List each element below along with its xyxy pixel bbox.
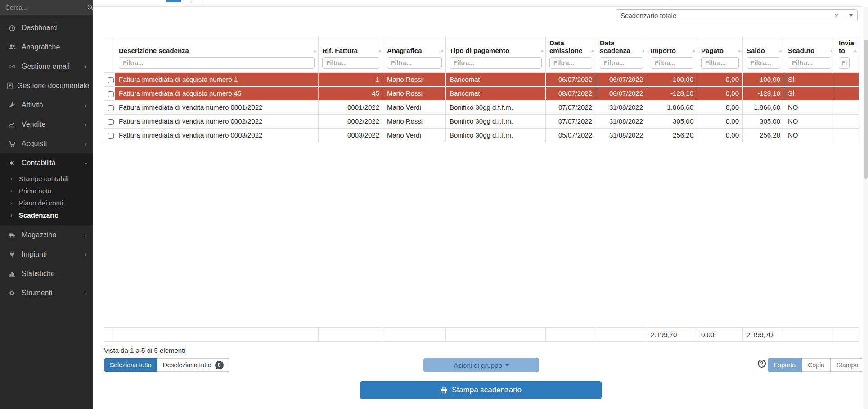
sidebar-item-dashboard[interactable]: Dashboard: [0, 18, 93, 37]
cell-anagrafica: Mario Rossi: [383, 86, 446, 100]
cell-rif-fattura: 45: [319, 86, 383, 100]
row-checkbox[interactable]: [108, 119, 114, 125]
filter-importo-input[interactable]: [651, 57, 693, 69]
filter-saldo-input[interactable]: [747, 57, 780, 69]
scrollbar-thumb[interactable]: [864, 40, 868, 179]
table-row[interactable]: Fattura immediata di vendita numero 0001…: [104, 100, 859, 114]
sort-icon: ▲: [591, 49, 594, 53]
filter-tipo-pagamento-input[interactable]: [450, 57, 542, 69]
filter-scaduto-input[interactable]: [788, 57, 831, 69]
sidebar-item-magazzino[interactable]: Magazzino ‹: [0, 225, 93, 245]
col-header-scaduto[interactable]: ▲Scaduto: [784, 36, 835, 73]
table-row[interactable]: Fattura immediata di vendita numero 0003…: [104, 128, 859, 142]
sidebar-search[interactable]: [0, 0, 93, 15]
dashboard-icon: [6, 24, 18, 31]
active-tab-indicator[interactable]: [166, 0, 181, 2]
sidebar-subitem-stampe-contabili[interactable]: › Stampe contabili: [0, 173, 93, 185]
filter-rif-fattura-input[interactable]: [322, 57, 379, 69]
row-checkbox[interactable]: [108, 105, 114, 111]
sidebar-item-contabilita[interactable]: € Contabilità ‹: [0, 153, 93, 173]
totals-row: 2.199,70 0,00 2.199,70: [104, 327, 859, 342]
filter-anagrafica-input[interactable]: [387, 57, 442, 69]
col-header-rif-fattura[interactable]: ▲Rif. Fattura: [319, 36, 383, 73]
group-actions-button[interactable]: Azioni di gruppo: [423, 358, 539, 372]
cell-saldo: 256,20: [743, 128, 784, 142]
table-row[interactable]: Fattura immediata di acquisto numero 1 1…: [104, 72, 859, 86]
sidebar-item-label: Dashboard: [22, 24, 87, 32]
vertical-scrollbar[interactable]: [863, 7, 868, 409]
filter-descrizione-input[interactable]: [119, 57, 315, 69]
col-header-data-emissione[interactable]: ▲Data emissione: [546, 36, 596, 73]
cell-data-emissione: 08/07/2022: [546, 86, 596, 100]
clear-icon[interactable]: ×: [834, 12, 838, 19]
help-icon[interactable]: ?: [758, 360, 766, 368]
sidebar-item-attivita[interactable]: Attività ‹: [0, 95, 93, 115]
search-input[interactable]: [5, 4, 87, 11]
table-row[interactable]: Fattura immediata di acquisto numero 45 …: [104, 86, 859, 100]
sidebar-item-gestione-documentale[interactable]: Gestione documentale: [0, 76, 93, 95]
cell-saldo: 1.866,60: [743, 100, 784, 114]
filter-data-emissione-input[interactable]: [549, 57, 592, 69]
chevron-down-icon: [505, 364, 509, 366]
sidebar-item-label: Statistiche: [22, 270, 87, 278]
table-row[interactable]: Fattura immediata di vendita numero 0002…: [104, 114, 859, 128]
sidebar-item-label: Attività: [22, 101, 85, 109]
col-header-data-scadenza[interactable]: ▲Data scadenza: [596, 36, 647, 73]
cell-scaduto: NO: [784, 114, 835, 128]
sidebar-item-label: Gestione documentale: [17, 82, 89, 90]
sidebar-subitem-prima-nota[interactable]: › Prima nota: [0, 185, 93, 197]
sidebar-subitem-label: Stampe contabili: [19, 175, 69, 182]
cell-data-scadenza: 08/07/2022: [596, 86, 647, 100]
print-schedule-button[interactable]: Stampa scadenzario: [360, 381, 602, 399]
col-header-importo[interactable]: ▲Importo: [647, 36, 697, 73]
cell-anagrafica: Mario Rossi: [383, 114, 446, 128]
filter-inviato-input[interactable]: [839, 57, 850, 69]
cell-data-scadenza: 31/08/2022: [596, 100, 647, 114]
sidebar-item-vendite[interactable]: Vendite ‹: [0, 115, 93, 134]
magnifier-icon[interactable]: [87, 4, 94, 11]
row-checkbox[interactable]: [108, 133, 114, 139]
tab-strip: ×: [93, 0, 863, 7]
printer-icon: [440, 387, 448, 394]
cell-anagrafica: Mario Verdi: [383, 128, 446, 142]
cell-tipo-pagamento: Bancomat: [446, 72, 546, 86]
sort-icon: ▲: [441, 49, 444, 53]
sidebar-subitem-scadenzario[interactable]: › Scadenzario: [0, 209, 93, 221]
cell-anagrafica: Mario Verdi: [383, 100, 446, 114]
plug-icon: [6, 251, 18, 258]
select-all-button[interactable]: Seleziona tutto: [104, 358, 157, 372]
cell-anagrafica: Mario Rossi: [383, 72, 446, 86]
col-header-inviato[interactable]: ▲Inviato: [835, 36, 859, 73]
col-header-saldo[interactable]: ▲Saldo: [743, 36, 784, 73]
col-header-tipo-pagamento[interactable]: ▲Tipo di pagamento: [446, 36, 546, 73]
sidebar-subitem-piano-dei-conti[interactable]: › Piano dei conti: [0, 197, 93, 209]
cell-importo: 256,20: [647, 128, 697, 142]
sidebar-item-anagrafiche[interactable]: Anagrafiche: [0, 37, 93, 57]
sidebar-item-label: Magazzino: [22, 231, 85, 239]
export-button[interactable]: Esporta: [768, 358, 802, 372]
tab-close-icon[interactable]: ×: [190, 0, 193, 4]
sidebar-item-strumenti[interactable]: ⚙ Strumenti ‹: [0, 283, 93, 302]
copy-button[interactable]: Copia: [802, 358, 831, 372]
cell-rif-fattura: 1: [319, 72, 383, 86]
filter-data-scadenza-input[interactable]: [600, 57, 643, 69]
scope-select[interactable]: Scadenzario totale ×: [616, 9, 858, 21]
row-checkbox[interactable]: [108, 91, 114, 97]
cell-descrizione: Fattura immediata di vendita numero 0001…: [115, 100, 319, 114]
cell-saldo: -100,00: [743, 72, 784, 86]
sidebar-group-contabilita: € Contabilità ‹ › Stampe contabili › Pri…: [0, 153, 93, 225]
chevron-left-icon: ‹: [85, 102, 87, 108]
deselect-all-button[interactable]: Deseleziona tutto 0: [157, 358, 229, 372]
sidebar-subitem-label: Prima nota: [19, 187, 52, 195]
row-checkbox[interactable]: [108, 77, 114, 83]
print-button[interactable]: Stampa: [831, 358, 864, 372]
sidebar-subitem-label: Piano dei conti: [19, 199, 63, 207]
filter-pagato-input[interactable]: [701, 57, 739, 69]
col-header-anagrafica[interactable]: ▲Anagrafica: [383, 36, 446, 73]
sidebar-item-acquisti[interactable]: Acquisti ‹: [0, 134, 93, 153]
sidebar-item-impianti[interactable]: Impianti ‹: [0, 245, 93, 264]
sidebar-item-statistiche[interactable]: Statistiche: [0, 264, 93, 283]
col-header-descrizione[interactable]: ▲Descrizione scadenza: [115, 36, 319, 73]
col-header-pagato[interactable]: ▲Pagato: [697, 36, 743, 73]
sidebar-item-gestione-email[interactable]: ✉ Gestione email ‹: [0, 57, 93, 76]
